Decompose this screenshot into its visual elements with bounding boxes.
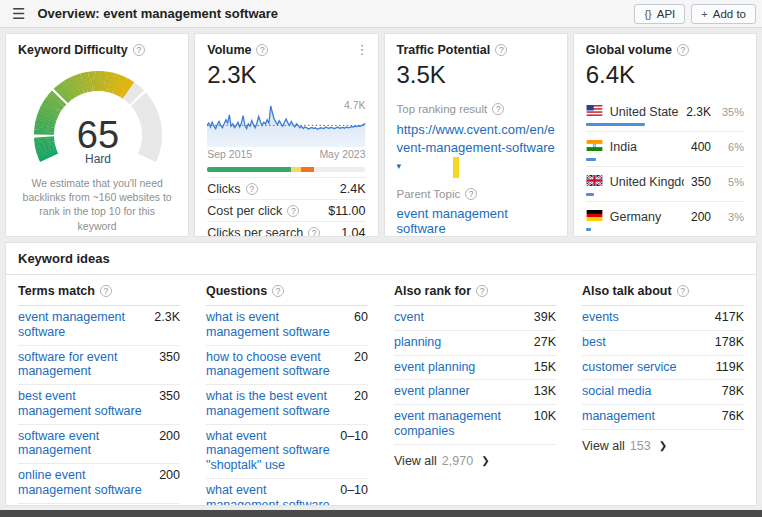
country-row: United States2.3K35%	[586, 97, 744, 132]
keyword-link[interactable]: event management software	[18, 310, 146, 340]
help-icon[interactable]	[272, 285, 284, 297]
cpc-stat-row: Cost per click $11.00	[207, 199, 365, 221]
view-all-link[interactable]: View all2,970❯	[394, 445, 556, 468]
country-share-bar	[586, 123, 645, 126]
keyword-link[interactable]: what event management software "shoptalk…	[206, 429, 332, 473]
keyword-link[interactable]: what is event management software	[206, 310, 346, 340]
column-header: Questions	[206, 275, 368, 306]
help-icon[interactable]	[465, 188, 477, 200]
keyword-link[interactable]: event planning	[394, 360, 526, 375]
country-name: India	[610, 140, 684, 154]
keyword-link[interactable]: software event management	[18, 429, 151, 459]
help-icon[interactable]	[476, 285, 488, 297]
keyword-row: what is event management software60	[206, 306, 368, 346]
country-name: Germany	[610, 210, 684, 224]
keyword-column-also-talk-about: Also talk aboutevents417Kbest178Kcustome…	[582, 275, 744, 506]
country-volume: 2.3K	[686, 105, 711, 119]
keyword-link[interactable]: social media	[582, 384, 714, 399]
help-icon[interactable]	[492, 103, 504, 115]
bar-segment-other	[301, 167, 314, 172]
keyword-link[interactable]: software for event management	[18, 350, 151, 380]
column-header: Also rank for	[394, 275, 556, 306]
difficulty-gauge: 65Hard	[18, 59, 176, 172]
keyword-volume: 78K	[722, 384, 744, 399]
help-icon[interactable]	[246, 183, 258, 195]
chevron-down-icon[interactable]: ▾	[397, 161, 402, 171]
help-icon[interactable]	[256, 44, 268, 56]
view-all-link[interactable]: View all785❯	[18, 504, 180, 507]
keyword-row: customer service119K	[582, 356, 744, 381]
volume-title: Volume	[207, 43, 365, 57]
global-volume-value: 6.4K	[586, 61, 744, 89]
cpc-value: $11.00	[328, 204, 365, 218]
chart-date-end: May 2023	[319, 148, 365, 160]
keyword-link[interactable]: what is the best event management softwa…	[206, 389, 346, 419]
keyword-link[interactable]: events	[582, 310, 707, 325]
de-flag-icon	[586, 209, 603, 224]
keyword-volume: 13K	[534, 384, 556, 399]
keyword-row: events417K	[582, 306, 744, 331]
keyword-row: software event management200	[18, 425, 180, 465]
keyword-link[interactable]: event management companies	[394, 409, 526, 439]
keyword-row: what event management software "shoptalk…	[206, 425, 368, 479]
clicks-per-search-value: 1.04	[341, 226, 365, 238]
help-icon[interactable]	[100, 285, 112, 297]
add-to-button[interactable]: + Add to	[691, 4, 756, 24]
kebab-menu-icon[interactable]: ⋮	[356, 42, 369, 57]
top-ranking-result-link[interactable]: https://www.cvent.com/en/event-managemen…	[397, 122, 555, 155]
keyword-link[interactable]: what event management software informa	[206, 483, 332, 506]
help-icon[interactable]	[308, 227, 320, 238]
svg-text:65: 65	[77, 114, 119, 156]
keyword-link[interactable]: customer service	[582, 360, 708, 375]
volume-value: 2.3K	[207, 61, 365, 89]
help-icon[interactable]	[287, 205, 299, 217]
keyword-row: event management companies10K	[394, 405, 556, 445]
keyword-row: how to choose event management software2…	[206, 346, 368, 386]
column-header: Also talk about	[582, 275, 744, 306]
country-share: 6%	[718, 141, 744, 153]
us-flag-icon	[586, 104, 603, 119]
bottom-edge-bar	[0, 510, 762, 517]
keyword-link[interactable]: management	[582, 409, 714, 424]
help-icon[interactable]	[495, 44, 507, 56]
keyword-link[interactable]: how to choose event management software	[206, 350, 346, 380]
keyword-link[interactable]: event planner	[394, 384, 526, 399]
keyword-link[interactable]: best	[582, 335, 707, 350]
keyword-row: what event management software informa0–…	[206, 479, 368, 506]
view-all-link[interactable]: View all153❯	[582, 430, 744, 453]
keyword-row: social media78K	[582, 380, 744, 405]
keyword-volume: 350	[159, 350, 180, 380]
gb-flag-icon	[586, 174, 603, 189]
keyword-volume: 20	[354, 389, 368, 419]
keyword-link[interactable]: best event management software	[18, 389, 151, 419]
keyword-column-questions: Questionswhat is event management softwa…	[206, 275, 368, 506]
parent-topic-label: Parent Topic	[397, 188, 555, 200]
help-icon[interactable]	[133, 44, 145, 56]
keyword-link[interactable]: cvent	[394, 310, 526, 325]
traffic-potential-title: Traffic Potential	[397, 43, 555, 57]
country-list: United States2.3K35%India4006%United Kin…	[586, 97, 744, 237]
clicks-per-search-stat-row: Clicks per search 1.04	[207, 221, 365, 237]
keyword-volume: 27K	[534, 335, 556, 350]
keyword-link[interactable]: online event management software	[18, 468, 151, 498]
keyword-difficulty-card: Keyword Difficulty 65Hard We estimate th…	[5, 33, 189, 237]
volume-card: ⋮ Volume 2.3K 4.7K Sep 2015 May 2023 Cli…	[194, 33, 378, 237]
keyword-volume: 119K	[716, 360, 744, 375]
keyword-difficulty-title: Keyword Difficulty	[18, 43, 176, 57]
help-icon[interactable]	[677, 44, 689, 56]
keyword-volume: 2.3K	[154, 310, 180, 340]
braces-icon: {}	[644, 8, 651, 20]
keyword-link[interactable]: planning	[394, 335, 526, 350]
keyword-column-also-rank-for: Also rank forcvent39Kplanning27Kevent pl…	[394, 275, 556, 506]
column-header: Terms match	[18, 275, 180, 306]
keyword-volume: 417K	[715, 310, 744, 325]
country-volume: 200	[691, 210, 711, 224]
keyword-volume: 10K	[534, 409, 556, 439]
parent-topic-link[interactable]: event management software	[397, 206, 508, 236]
svg-text:Hard: Hard	[85, 152, 111, 166]
api-button[interactable]: {} API	[634, 4, 685, 24]
keyword-ideas-title: Keyword ideas	[6, 243, 756, 275]
keyword-row: event management software2.3K	[18, 306, 180, 346]
hamburger-menu-icon[interactable]: ☰	[6, 5, 31, 23]
help-icon[interactable]	[677, 285, 689, 297]
